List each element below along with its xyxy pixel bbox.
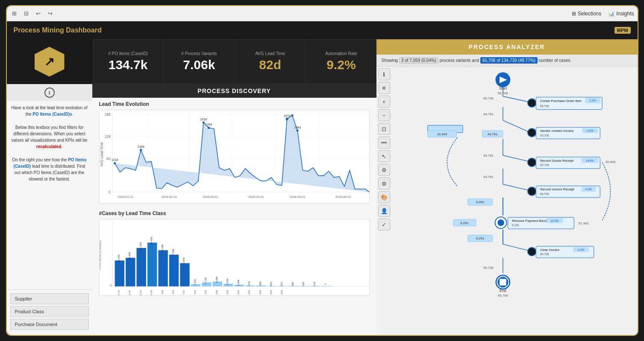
grid2-icon[interactable]: ⊟ bbox=[22, 9, 31, 18]
svg-text:# PO Items (CaseID): # PO Items (CaseID) bbox=[100, 241, 102, 270]
settings2-btn[interactable]: ⚙ bbox=[378, 178, 390, 189]
svg-text:17.69k: 17.69k bbox=[171, 248, 174, 257]
svg-point-14 bbox=[202, 121, 204, 123]
svg-text:60: 60 bbox=[106, 157, 110, 161]
node-invoice-label: Record Invoice Receipt bbox=[540, 187, 574, 191]
bar-2[interactable] bbox=[136, 248, 146, 286]
bar-3[interactable] bbox=[147, 242, 156, 286]
cursor-btn[interactable]: ↖ bbox=[378, 150, 390, 162]
node-create-po-pct: 2.2% bbox=[589, 99, 596, 102]
bar-chart: 0 # PO Items (CaseID) 14.52k 16.06k bbox=[99, 219, 370, 296]
dot-btn[interactable]: ••• bbox=[378, 137, 390, 149]
svg-text:167d: 167d bbox=[283, 114, 290, 118]
svg-text:18d-20d: 18d-20d bbox=[215, 290, 218, 295]
kpi-card-automation: Automation Rate 9.2% bbox=[306, 39, 376, 84]
bar-chart-svg: 0 # PO Items (CaseID) 14.52k 16.06k bbox=[100, 219, 369, 295]
side-box-8261-a-text: 8,261 bbox=[476, 200, 484, 204]
selections-icon: ⊞ bbox=[572, 11, 576, 17]
forward-icon[interactable]: ↪ bbox=[46, 9, 55, 18]
node-clear-label: Clear Invoice bbox=[540, 248, 559, 252]
color-btn[interactable]: 🎨 bbox=[378, 191, 390, 203]
flow-svg: Start 65,706 65,706 Create Purchase Orde… bbox=[376, 67, 638, 335]
kpi-card-variants: # Process Variants 7.06k bbox=[164, 39, 234, 84]
node-invoice-pct: 4.3% bbox=[585, 188, 591, 191]
settings-btn[interactable]: ⚙ bbox=[378, 164, 390, 176]
grid-icon[interactable]: ⊞ bbox=[10, 9, 19, 18]
node-goods-circle bbox=[527, 158, 535, 166]
svg-text:2018-06-01: 2018-06-01 bbox=[335, 195, 350, 198]
svg-text:22d-24d: 22d-24d bbox=[236, 290, 239, 295]
line-to-invoice bbox=[503, 184, 527, 190]
node-vendor-circle bbox=[527, 128, 535, 137]
filter-product-class[interactable]: Product Class bbox=[10, 306, 89, 317]
selections-button[interactable]: ⊞ Selections bbox=[572, 11, 601, 17]
toolbar-right: ⊞ Selections 📊 Insights bbox=[572, 11, 634, 17]
person-btn[interactable]: 👤 bbox=[378, 205, 390, 217]
filter-section: Supplier Product Class Purchase Document bbox=[7, 289, 92, 335]
info-text-2: Below this textbox you find filters for … bbox=[7, 121, 92, 153]
info-icon: i bbox=[44, 87, 55, 98]
insights-button[interactable]: 📊 Insights bbox=[608, 11, 634, 17]
svg-text:176: 176 bbox=[312, 282, 315, 286]
svg-point-18 bbox=[285, 118, 288, 120]
node-remove-block-label: Remove Payment Block bbox=[512, 219, 547, 223]
node-remove-block-inner bbox=[497, 219, 504, 226]
svg-text:2018-02-01: 2018-02-01 bbox=[161, 195, 176, 198]
svg-text:146: 146 bbox=[302, 282, 305, 286]
charts-area: PROCESS DISCOVERY Lead Time Evolution bbox=[92, 84, 376, 335]
node-create-po-label: Create Purchase Order Item bbox=[540, 99, 581, 103]
bar-0[interactable] bbox=[115, 260, 124, 286]
svg-text:28d-30d: 28d-30d bbox=[269, 290, 272, 295]
side-count-goods-left: 44,761 bbox=[483, 154, 494, 157]
svg-point-12 bbox=[140, 149, 142, 151]
bar-5[interactable] bbox=[169, 255, 178, 286]
fit-btn[interactable]: ⊡ bbox=[378, 123, 390, 135]
bar-4[interactable] bbox=[158, 250, 168, 286]
back-icon[interactable]: ↩ bbox=[34, 9, 43, 18]
discovery-header: PROCESS DISCOVERY bbox=[92, 84, 376, 98]
svg-text:263: 263 bbox=[269, 282, 272, 286]
logo-hex bbox=[35, 47, 65, 77]
node-goods-count: 65,706 bbox=[540, 163, 549, 166]
kpi-label-lead: AVG Lead Time bbox=[255, 51, 285, 56]
logo-card bbox=[7, 39, 92, 84]
side-box-8261-b-text: 8,261 bbox=[460, 221, 468, 225]
toolbar-icons: ⊞ ⊟ ↩ ↪ bbox=[10, 9, 55, 18]
analyzer-info: Showing 3 of 7,059 (0.04%) process varia… bbox=[376, 55, 638, 67]
kpi-card-po-items: # PO Items (CaseID) 134.7k bbox=[93, 39, 163, 84]
svg-text:AVG Lead Time: AVG Lead Time bbox=[100, 142, 104, 166]
filter-purchase-doc[interactable]: Purchase Document bbox=[10, 319, 89, 330]
svg-text:395: 395 bbox=[258, 281, 261, 286]
info-btn[interactable]: ℹ bbox=[378, 68, 390, 80]
app-badge: MPM bbox=[615, 27, 631, 34]
main-content: # PO Items (CaseID) 134.7k # Process Var… bbox=[7, 39, 638, 335]
node-clear-count: 65,706 bbox=[540, 253, 549, 256]
side-count-57445: 57,445 bbox=[578, 222, 588, 225]
filter-supplier[interactable]: Supplier bbox=[10, 293, 89, 304]
svg-text:378: 378 bbox=[247, 281, 250, 286]
svg-text:14.52k: 14.52k bbox=[117, 254, 120, 263]
close-btn[interactable]: ✕ bbox=[378, 82, 390, 94]
svg-text:30d-32d: 30d-32d bbox=[280, 290, 283, 295]
bar-1[interactable] bbox=[126, 258, 135, 286]
bar-6[interactable] bbox=[180, 263, 189, 286]
svg-text:0: 0 bbox=[108, 190, 110, 194]
flow-controls: ℹ ✕ + − ⊡ ••• ↖ ⚙ ⚙ 🎨 👤 ✓ bbox=[378, 68, 390, 230]
bar-19[interactable] bbox=[321, 286, 331, 286]
svg-text:186: 186 bbox=[291, 282, 294, 286]
side-count-2: 44,761 bbox=[483, 112, 494, 116]
side-box-8261-c-text: 8,261 bbox=[476, 236, 484, 240]
kpi-label-variants: # Process Variants bbox=[181, 51, 217, 56]
svg-text:188: 188 bbox=[104, 113, 110, 117]
svg-text:2.13k: 2.13k bbox=[204, 277, 207, 284]
svg-text:21.39k: 21.39k bbox=[138, 242, 141, 250]
svg-text:2.68k: 2.68k bbox=[215, 276, 218, 283]
insights-icon: 📊 bbox=[608, 11, 615, 17]
check-btn[interactable]: ✓ bbox=[378, 219, 390, 230]
right-panel: PROCESS ANALYZER Showing 3 of 7,059 (0.0… bbox=[376, 39, 638, 335]
svg-point-10 bbox=[114, 162, 116, 164]
zoom-out-btn[interactable]: − bbox=[378, 109, 390, 121]
side-count-goods-right: 20,945 bbox=[605, 160, 615, 164]
svg-text:16d-18d: 16d-18d bbox=[204, 290, 207, 295]
zoom-in-btn[interactable]: + bbox=[378, 96, 390, 108]
